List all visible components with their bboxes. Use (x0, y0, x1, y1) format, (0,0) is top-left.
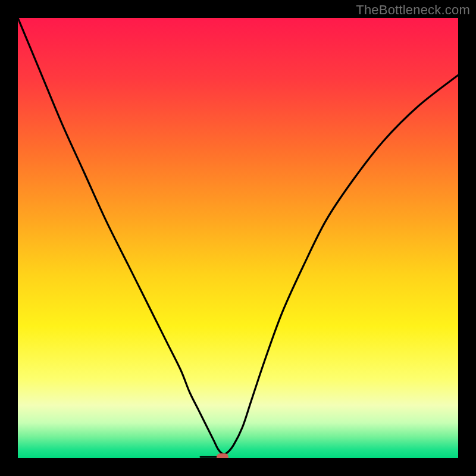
current-point-marker (217, 453, 228, 458)
curve-layer (18, 18, 458, 458)
watermark-text: TheBottleneck.com (356, 2, 470, 18)
bottleneck-curve (18, 18, 458, 454)
plot-area (18, 18, 458, 458)
outer-frame: TheBottleneck.com (0, 0, 476, 476)
